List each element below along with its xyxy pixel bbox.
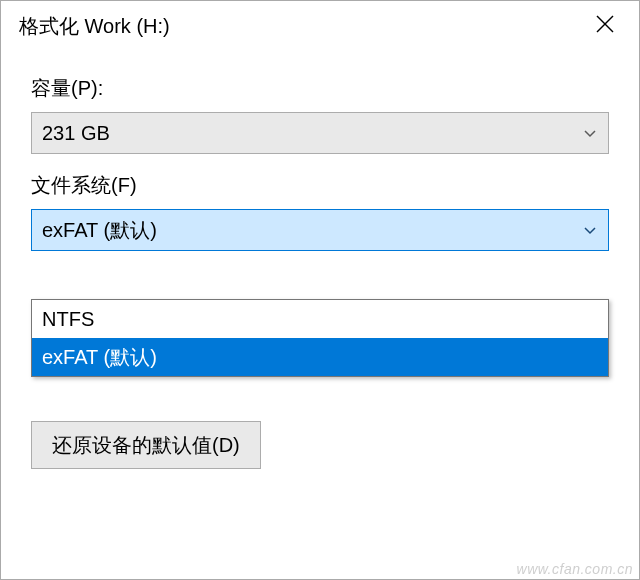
filesystem-label: 文件系统(F) [31, 172, 609, 199]
close-icon [596, 15, 614, 38]
format-dialog: 格式化 Work (H:) 容量(P): 231 GB 文件系统(F) exFA… [0, 0, 640, 580]
capacity-label: 容量(P): [31, 75, 609, 102]
restore-defaults-button[interactable]: 还原设备的默认值(D) [31, 421, 261, 469]
capacity-value: 231 GB [42, 122, 110, 145]
filesystem-option-ntfs[interactable]: NTFS [32, 300, 608, 338]
chevron-down-icon [582, 125, 598, 141]
dialog-content: 容量(P): 231 GB 文件系统(F) exFAT (默认) 256 KB … [1, 51, 639, 469]
dialog-title: 格式化 Work (H:) [19, 13, 170, 40]
filesystem-dropdown: NTFS exFAT (默认) [31, 299, 609, 377]
filesystem-combo[interactable]: exFAT (默认) [31, 209, 609, 251]
chevron-down-icon [582, 222, 598, 238]
close-button[interactable] [587, 8, 623, 44]
filesystem-option-exfat[interactable]: exFAT (默认) [32, 338, 608, 376]
watermark: www.cfan.com.cn [517, 561, 633, 577]
capacity-combo[interactable]: 231 GB [31, 112, 609, 154]
filesystem-value: exFAT (默认) [42, 217, 157, 244]
titlebar: 格式化 Work (H:) [1, 1, 639, 51]
